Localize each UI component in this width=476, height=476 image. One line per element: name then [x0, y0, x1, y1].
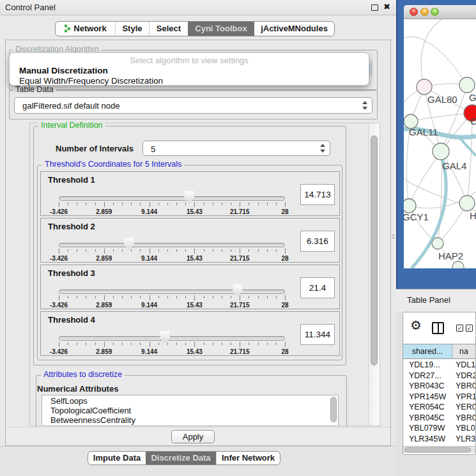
threshold-3-value[interactable]: 21.4 [300, 277, 335, 298]
table-body: YDL19...YDL1YDR27...YDR2YBR043CYBR0YPR14… [403, 360, 475, 447]
tick-label: -3.426 [40, 208, 78, 215]
threshold-3-slider[interactable]: -3.4262.8599.14415.4321.71528 [59, 284, 285, 309]
table-row[interactable]: YBR043CYBR0 [403, 381, 475, 392]
table-row[interactable]: YER054CYER0 [403, 402, 475, 413]
tick-mark [231, 203, 231, 205]
tick-mark [258, 203, 259, 205]
cell-shared-name[interactable]: YDL19... [403, 360, 452, 371]
tab-infer-network[interactable]: Infer Network [216, 452, 280, 464]
checkbox-icon[interactable]: ✓ [456, 325, 463, 332]
tab-impute-data[interactable]: Impute Data [88, 452, 146, 464]
cell-shared-name[interactable]: YLR345W [403, 434, 452, 445]
threshold-2-value[interactable]: 6.316 [300, 231, 335, 252]
apply-button[interactable]: Apply [171, 430, 215, 443]
table-row[interactable]: YDR27...YDR2 [403, 371, 475, 381]
node-hap2[interactable] [432, 238, 443, 249]
slider-track[interactable] [59, 289, 285, 294]
network-canvas[interactable]: GAL80 GA C GAL11 GAL4 GCY1 H HAP2 [404, 19, 476, 268]
tick-label: 9.144 [130, 348, 169, 355]
cell-name[interactable]: YLR3 [452, 434, 475, 445]
attribute-list-item[interactable]: TopologicalCoefficient [42, 405, 338, 415]
cell-shared-name[interactable]: YBL079W [403, 423, 452, 434]
attribute-list-item[interactable]: BetweennessCentrality [42, 415, 338, 424]
tab-select[interactable]: Select [149, 22, 188, 36]
threshold-1-slider[interactable]: -3.4262.8599.14415.4321.71528 [59, 191, 285, 215]
cell-shared-name[interactable]: YER054C [403, 402, 452, 413]
checkbox-icon[interactable]: ✓ [466, 325, 473, 332]
close-traffic-light[interactable] [410, 8, 418, 16]
network-window-titlebar[interactable] [404, 5, 476, 19]
threshold-4-slider[interactable]: -3.4262.8599.14415.4321.71528 [59, 331, 285, 355]
tick-label: 21.715 [220, 302, 259, 309]
cell-name[interactable]: YER0 [452, 402, 475, 413]
table-row[interactable]: YBR045CYBR0 [403, 413, 475, 424]
dropdown-option-manual[interactable]: Manual Discretization [19, 66, 108, 75]
cell-shared-name[interactable]: YPR145W [403, 392, 452, 403]
node-label: HAP2 [438, 250, 463, 261]
tick-mark [158, 249, 159, 252]
slider-track[interactable] [59, 243, 285, 247]
cell-name[interactable]: YBR0 [452, 381, 475, 392]
number-of-intervals-spinner[interactable]: 5 [142, 141, 330, 156]
column-header-shared-name[interactable]: shared... [403, 344, 452, 358]
table-row[interactable]: YDL19...YDL1 [403, 360, 475, 371]
tick-mark [222, 342, 222, 345]
table-row[interactable]: YPR145WYPR1 [403, 392, 475, 403]
attribute-list-item[interactable]: SelfLoops [42, 395, 338, 405]
up-arrow-icon [320, 144, 325, 147]
numerical-attributes-list[interactable]: SelfLoopsTopologicalCoefficientBetweenne… [42, 395, 339, 426]
tick-mark [59, 249, 59, 254]
tab-cyni-toolbox[interactable]: Cyni Toolbox [188, 22, 254, 36]
threshold-1-value[interactable]: 14.713 [300, 184, 335, 205]
tick-mark [276, 342, 277, 345]
cell-shared-name[interactable]: YBR045C [403, 413, 452, 424]
cell-name[interactable]: YBL0 [452, 423, 475, 434]
control-panel-tabs: Network Style Select Cyni Toolbox jActiv… [55, 21, 335, 36]
table-data-combobox[interactable]: galFiltered.sif default node [14, 97, 372, 114]
threshold-coordinates-label: Threshold's Coordinates for 5 Intervals [42, 160, 184, 169]
horizontal-scrollbar[interactable] [403, 446, 475, 453]
list-scrollbar-thumb[interactable] [330, 397, 337, 422]
scrollbar-thumb[interactable] [404, 447, 471, 452]
column-header-name[interactable]: na [452, 344, 475, 358]
float-window-icon[interactable] [371, 4, 378, 11]
table-row[interactable]: YBL079WYBL0 [403, 423, 475, 434]
tick-mark [68, 342, 68, 345]
slider-scale: -3.4262.8599.14415.4321.71528 [59, 342, 285, 356]
node-h[interactable] [459, 196, 475, 211]
cell-shared-name[interactable]: YDR27... [403, 371, 452, 381]
tick-mark [122, 342, 123, 345]
close-icon[interactable]: ✖ [383, 2, 390, 12]
splitpane-divider-handle[interactable]: •• [392, 234, 395, 240]
tick-mark [240, 295, 240, 300]
zoom-traffic-light[interactable] [431, 8, 439, 16]
tick-mark [267, 249, 268, 252]
slider-track[interactable] [59, 196, 285, 201]
threshold-2-slider[interactable]: -3.4262.8599.14415.4321.71528 [59, 238, 285, 262]
minimize-traffic-light[interactable] [420, 8, 429, 16]
node-top-right[interactable] [459, 77, 475, 93]
tab-style[interactable]: Style [115, 22, 149, 36]
tab-network[interactable]: Network [56, 22, 115, 36]
tab-jactivemnodules[interactable]: jActiveMNodules [254, 22, 334, 36]
cell-name[interactable]: YPR1 [452, 392, 475, 403]
dropdown-option-equal-width[interactable]: Equal Width/Frequency Discretization [19, 76, 163, 86]
scrollbar-thumb[interactable] [371, 135, 378, 365]
vertical-scrollbar[interactable] [368, 123, 380, 426]
network-nodes[interactable] [404, 77, 476, 268]
split-columns-icon[interactable] [432, 322, 444, 334]
node-gcy1[interactable] [404, 199, 416, 213]
slider-track[interactable] [59, 336, 285, 341]
slider-scale: -3.4262.8599.14415.4321.71528 [59, 202, 285, 216]
gear-icon[interactable]: ⚙ [410, 318, 422, 333]
node-gal80[interactable] [417, 79, 432, 95]
threshold-4-value[interactable]: 11.344 [300, 324, 335, 345]
tab-discretize-data[interactable]: Discretize Data [146, 452, 216, 464]
cell-name[interactable]: YBR0 [452, 413, 475, 424]
cell-name[interactable]: YDL1 [452, 360, 475, 371]
cell-name[interactable]: YDR2 [452, 371, 475, 381]
node-gal4[interactable] [433, 143, 449, 160]
table-row[interactable]: YLR345WYLR3 [403, 434, 475, 445]
cell-shared-name[interactable]: YBR043C [403, 381, 452, 392]
up-arrow-icon [362, 101, 367, 104]
